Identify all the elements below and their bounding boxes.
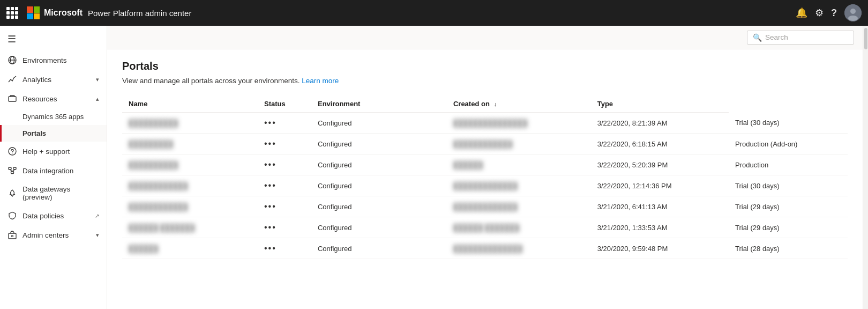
sidebar-item-data-gateways[interactable]: Data gateways (preview)	[0, 180, 107, 206]
table-row[interactable]: ████████████•••Configured█████████████3/…	[122, 196, 848, 217]
more-options-button[interactable]: •••	[264, 244, 276, 253]
cell-status: Configured	[311, 175, 447, 196]
user-avatar[interactable]	[844, 4, 862, 21]
sidebar-item-portals[interactable]: Portals	[0, 125, 107, 142]
cell-type: Trial (29 days)	[729, 217, 848, 238]
cell-more-options[interactable]: •••	[258, 238, 311, 259]
cell-status: Configured	[311, 154, 447, 175]
cell-status: Configured	[311, 113, 447, 134]
status-badge: Configured	[318, 140, 352, 148]
cell-status: Configured	[311, 196, 447, 217]
sidebar-item-environments-label: Environments	[23, 56, 99, 64]
learn-more-link[interactable]: Learn more	[302, 77, 339, 85]
table-row[interactable]: ██████•••Configured██████████████3/20/20…	[122, 238, 848, 259]
environment-name: ██████████████	[453, 245, 522, 253]
cell-more-options[interactable]: •••	[258, 154, 311, 175]
sidebar-item-help-support[interactable]: Help + support	[0, 142, 107, 161]
scrollbar-thumb[interactable]	[864, 28, 867, 49]
sidebar-item-dynamics365apps[interactable]: Dynamics 365 apps	[0, 108, 107, 125]
portals-table: Name Status Environment Created on ↓	[122, 95, 848, 259]
more-options-button[interactable]: •••	[264, 118, 276, 127]
cell-status: Configured	[311, 217, 447, 238]
data-policies-icon	[8, 211, 17, 220]
cell-type: Trial (30 days)	[729, 113, 848, 134]
svg-rect-6	[9, 97, 16, 101]
environment-name: ████████████	[453, 140, 513, 148]
cell-name: ██████ ███████	[122, 217, 258, 238]
cell-more-options[interactable]: •••	[258, 113, 311, 134]
sidebar-item-data-policies-label: Data policies	[23, 212, 89, 220]
portal-name: ██████	[129, 245, 158, 253]
status-badge: Configured	[318, 203, 352, 211]
page-subtitle-text: View and manage all portals across your …	[122, 77, 302, 85]
sidebar-item-data-policies[interactable]: Data policies ↗	[0, 206, 107, 225]
table-row[interactable]: ██████████•••Configured███████████████3/…	[122, 113, 848, 134]
environment-name: ██████ ███████	[453, 224, 519, 232]
cell-more-options[interactable]: •••	[258, 217, 311, 238]
sidebar-item-data-gateways-label: Data gateways (preview)	[23, 185, 99, 201]
status-badge: Configured	[318, 224, 352, 232]
cell-name: ████████████	[122, 196, 258, 217]
cell-name: ██████████	[122, 154, 258, 175]
cell-created-on: 3/22/2020, 6:18:15 AM	[591, 134, 729, 154]
waffle-menu[interactable]	[6, 7, 18, 19]
cell-more-options[interactable]: •••	[258, 196, 311, 217]
help-support-icon	[8, 146, 17, 156]
dynamics365apps-label: Dynamics 365 apps	[23, 113, 84, 121]
cell-name: ██████	[122, 238, 258, 259]
sidebar-item-data-integration-label: Data integration	[23, 167, 99, 175]
table-row[interactable]: ██████ ███████•••Configured██████ ██████…	[122, 217, 848, 238]
svg-point-1	[850, 9, 856, 14]
settings-icon[interactable]: ⚙	[815, 7, 824, 19]
cell-status: Configured	[311, 134, 447, 154]
microsoft-logo: Microsoft	[27, 6, 83, 19]
table-row[interactable]: ██████████•••Configured██████3/22/2020, …	[122, 154, 848, 175]
portal-name: █████████	[129, 140, 173, 148]
notifications-icon[interactable]: 🔔	[796, 7, 807, 19]
resources-icon	[8, 94, 17, 104]
svg-point-8	[12, 153, 12, 153]
portal-name: ██████████	[129, 161, 178, 169]
sidebar-item-resources[interactable]: Resources ▴	[0, 89, 107, 108]
status-badge: Configured	[318, 182, 352, 190]
page-content: Portals View and manage all portals acro…	[107, 49, 863, 309]
cell-environment: ██████████████	[447, 238, 591, 259]
sidebar-item-help-support-label: Help + support	[23, 148, 99, 156]
cell-environment: █████████████	[447, 196, 591, 217]
search-box[interactable]: 🔍 Search	[747, 31, 854, 45]
cell-more-options[interactable]: •••	[258, 134, 311, 154]
topnav-icons: 🔔 ⚙ ?	[796, 4, 862, 21]
sidebar-item-data-integration[interactable]: Data integration	[0, 161, 107, 180]
right-scrollbar[interactable]	[863, 26, 868, 309]
search-icon: 🔍	[753, 33, 762, 42]
sidebar-toggle[interactable]: ☰	[0, 28, 107, 50]
admin-centers-chevron-icon: ▾	[96, 232, 99, 239]
svg-rect-14	[9, 233, 16, 239]
cell-environment: ███████████████	[447, 113, 591, 134]
table-row[interactable]: █████████•••Configured████████████3/22/2…	[122, 134, 848, 154]
sidebar-item-admin-centers[interactable]: Admin centers ▾	[0, 225, 107, 245]
more-options-button[interactable]: •••	[264, 181, 276, 190]
more-options-button[interactable]: •••	[264, 223, 276, 232]
sidebar-item-environments[interactable]: Environments	[0, 50, 107, 70]
environments-icon	[8, 55, 17, 65]
sidebar-item-analytics[interactable]: Analytics ▾	[0, 70, 107, 89]
col-header-environment: Environment	[311, 95, 447, 113]
more-options-button[interactable]: •••	[264, 202, 276, 211]
cell-name: ████████████	[122, 175, 258, 196]
data-integration-icon	[8, 166, 17, 175]
col-header-created-on[interactable]: Created on ↓	[447, 95, 591, 113]
resources-chevron-icon: ▴	[96, 95, 99, 102]
search-placeholder: Search	[765, 33, 788, 41]
portal-name: ██████ ███████	[129, 224, 194, 232]
help-icon[interactable]: ?	[831, 8, 837, 19]
status-badge: Configured	[318, 119, 352, 127]
data-policies-external-icon: ↗	[95, 213, 99, 219]
table-row[interactable]: ████████████•••Configured█████████████3/…	[122, 175, 848, 196]
sidebar-item-admin-centers-label: Admin centers	[23, 231, 91, 239]
analytics-chevron-icon: ▾	[96, 76, 99, 83]
more-options-button[interactable]: •••	[264, 160, 276, 169]
more-options-button[interactable]: •••	[264, 139, 276, 148]
cell-more-options[interactable]: •••	[258, 175, 311, 196]
analytics-icon	[8, 75, 17, 84]
